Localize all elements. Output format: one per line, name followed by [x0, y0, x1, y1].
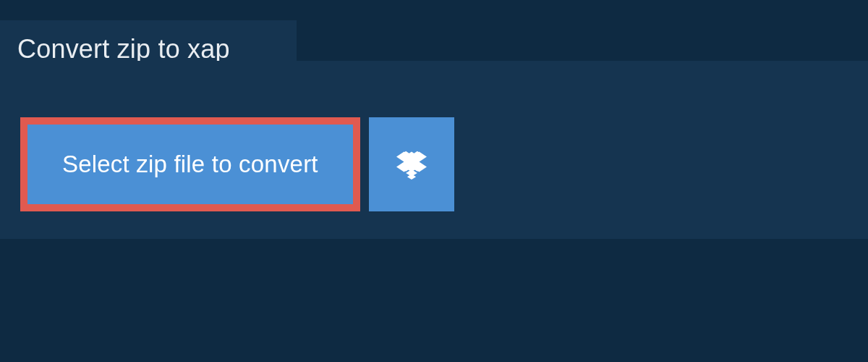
conversion-tab-label: Convert zip to xap [17, 34, 230, 64]
dropbox-icon [396, 149, 427, 180]
file-select-row: Select zip file to convert [20, 117, 454, 211]
select-file-button[interactable]: Select zip file to convert [20, 117, 360, 211]
select-file-button-label: Select zip file to convert [62, 151, 318, 178]
dropbox-button[interactable] [369, 117, 454, 211]
